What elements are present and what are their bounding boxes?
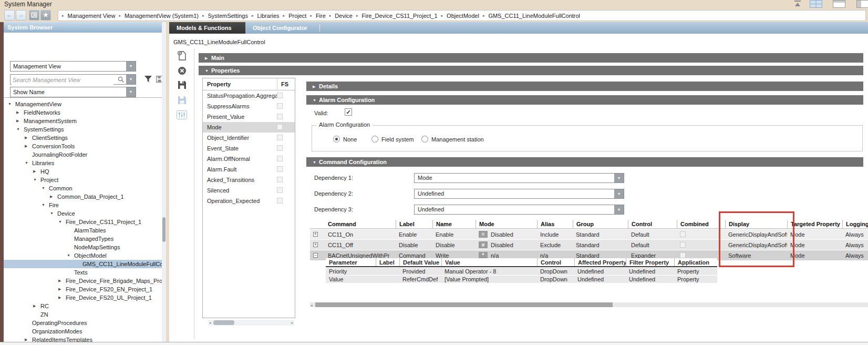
radio-none[interactable]: None bbox=[333, 136, 357, 143]
breadcrumb-item[interactable]: ManagementView (System1) bbox=[125, 13, 199, 19]
tree-item-OperatingProcedures[interactable]: OperatingProcedures bbox=[4, 319, 162, 327]
combined-checkbox[interactable] bbox=[680, 242, 686, 248]
save-as-icon-disabled[interactable] bbox=[177, 96, 187, 106]
grid-layout-icon[interactable] bbox=[810, 0, 822, 9]
expanded-icon[interactable]: ▼ bbox=[8, 100, 15, 108]
search-input[interactable] bbox=[12, 75, 113, 85]
collapsed-icon[interactable]: ▶ bbox=[58, 277, 66, 285]
save-icon[interactable] bbox=[177, 80, 187, 91]
property-row-SuppressAlarms[interactable]: SuppressAlarms bbox=[203, 101, 295, 111]
expanded-icon[interactable]: ▼ bbox=[42, 201, 49, 209]
collapsed-icon[interactable]: ▶ bbox=[33, 167, 40, 176]
tree-item-RelatedItemsTemplates[interactable]: ▶RelatedItemsTemplates bbox=[4, 336, 162, 342]
breadcrumb-item[interactable]: SystemSettings bbox=[208, 13, 247, 19]
section-properties[interactable]: ▼Properties bbox=[199, 66, 863, 75]
dependency-3-arrow-button[interactable]: ▼ bbox=[614, 205, 624, 214]
filter-icon[interactable] bbox=[144, 75, 152, 84]
tree-item-Fire_Device_CS11_Project_1[interactable]: ▼Fire_Device_CS11_Project_1 bbox=[4, 218, 162, 226]
expanded-icon[interactable]: ▼ bbox=[58, 218, 66, 226]
radio-field-system[interactable]: Field system bbox=[371, 136, 414, 143]
tree-item-Fire[interactable]: ▼Fire bbox=[4, 201, 162, 209]
collapsed-icon[interactable]: ▶ bbox=[25, 336, 32, 342]
param-column-header-value[interactable]: Value bbox=[441, 258, 537, 266]
dependency-2-dropdown[interactable]: Undefined ▼ bbox=[414, 189, 624, 199]
column-header-mode[interactable]: Mode bbox=[476, 220, 537, 228]
collapsed-icon[interactable]: ▶ bbox=[58, 285, 66, 293]
tree-item-Texts[interactable]: Texts bbox=[4, 268, 162, 277]
breadcrumb-item[interactable]: Project bbox=[288, 13, 306, 19]
tree-item-SystemSettings[interactable]: ▼SystemSettings bbox=[4, 125, 162, 134]
param-column-header-label[interactable]: Label bbox=[376, 258, 399, 266]
tree-item-FieldNetworks[interactable]: ▶FieldNetworks bbox=[4, 108, 162, 117]
tab-object-configurator[interactable]: Object Configurator bbox=[245, 22, 319, 34]
tree-item-NodeMapSettings[interactable]: NodeMapSettings bbox=[4, 243, 162, 251]
collapsed-icon[interactable]: ▶ bbox=[58, 293, 66, 302]
valid-checkbox[interactable]: ✓ bbox=[345, 108, 352, 116]
column-header-control[interactable]: Control bbox=[628, 220, 677, 228]
expand-icon[interactable]: + bbox=[313, 232, 318, 237]
tree-item-Fire_Device_Fire_Brigade_Maps_Project_1[interactable]: ▶Fire_Device_Fire_Brigade_Maps_Project_1 bbox=[4, 277, 162, 285]
main-scroll-thumb[interactable] bbox=[315, 302, 613, 307]
jump-to-node-button[interactable] bbox=[29, 10, 39, 21]
fs-checkbox[interactable] bbox=[277, 114, 283, 119]
command-row-CC11_On[interactable]: +CC11_OnEnableEnable=DisabledIncludeStan… bbox=[310, 229, 868, 239]
property-row-Present_Value[interactable]: Present_Value bbox=[203, 111, 295, 122]
fs-checkbox[interactable] bbox=[277, 145, 283, 151]
display-mode-dropdown[interactable]: Show Name ▼ bbox=[10, 87, 136, 97]
tree-scrollbar[interactable] bbox=[162, 22, 166, 342]
param-column-header-control[interactable]: Control bbox=[537, 258, 574, 266]
breadcrumb-item[interactable]: Fire bbox=[316, 13, 326, 19]
section-details[interactable]: ▶Details bbox=[306, 82, 863, 91]
view-selector-dropdown[interactable]: Management View ▼ bbox=[10, 61, 136, 72]
dependency-1-arrow-button[interactable]: ▼ bbox=[614, 174, 624, 182]
tree-item-ConversionTools[interactable]: ▶ConversionTools bbox=[4, 142, 162, 150]
tree-item-GMS_CC11_LineModuleFullControl[interactable]: GMS_CC11_LineModuleFullControl bbox=[4, 260, 162, 268]
dependency-1-dropdown[interactable]: Mode ▼ bbox=[414, 173, 624, 183]
tree-item-ManagedTypes[interactable]: ManagedTypes bbox=[4, 235, 162, 243]
column-header-name[interactable]: Name bbox=[432, 220, 476, 228]
expanded-icon[interactable]: ▼ bbox=[16, 125, 24, 134]
view-selector-arrow-button[interactable]: ▼ bbox=[126, 62, 136, 71]
param-column-header-affected-property[interactable]: Affected Property bbox=[574, 258, 626, 266]
forward-button[interactable]: → bbox=[16, 10, 26, 21]
expanded-icon[interactable]: ▼ bbox=[25, 159, 32, 167]
tree-item-ClientSettings[interactable]: ▶ClientSettings bbox=[4, 134, 162, 142]
param-column-header-filter-property[interactable]: Filter Property bbox=[626, 258, 674, 266]
dependency-2-arrow-button[interactable]: ▼ bbox=[614, 189, 624, 198]
property-row-Silenced[interactable]: Silenced bbox=[203, 185, 295, 196]
collapsed-icon[interactable]: ▶ bbox=[16, 108, 24, 117]
collapse-icon[interactable]: − bbox=[313, 253, 318, 258]
tab-models-functions[interactable]: Models & Functions bbox=[169, 22, 245, 34]
fs-checkbox[interactable] bbox=[277, 187, 283, 193]
breadcrumb-item[interactable]: Device bbox=[335, 13, 353, 19]
fs-checkbox[interactable] bbox=[277, 135, 283, 140]
breadcrumb-item[interactable]: Libraries bbox=[257, 13, 279, 19]
settings-sliders-icon-disabled[interactable] bbox=[177, 110, 187, 121]
tree-item-Project[interactable]: ▼Project bbox=[4, 176, 162, 184]
scroll-right-icon[interactable]: ▸ bbox=[291, 320, 293, 325]
split-layout-icon[interactable] bbox=[833, 0, 845, 9]
combined-checkbox[interactable] bbox=[680, 252, 686, 258]
property-row-Operation_Expected[interactable]: Operation_Expected bbox=[203, 196, 295, 206]
section-command-configuration[interactable]: ▼Command Configuration bbox=[306, 157, 863, 167]
tree-item-ObjectModel[interactable]: ▼ObjectModel bbox=[4, 251, 162, 260]
collapse-panel-icon[interactable] bbox=[794, 0, 801, 8]
property-table-scroll-thumb[interactable] bbox=[213, 320, 234, 325]
display-mode-arrow-button[interactable]: ▼ bbox=[126, 87, 136, 97]
tree-item-RC[interactable]: ▶RC bbox=[4, 302, 162, 310]
pane-layout-icon[interactable] bbox=[856, 0, 868, 9]
column-header-label[interactable]: Label bbox=[396, 220, 432, 228]
tree-item-Common[interactable]: ▼Common bbox=[4, 184, 162, 192]
fs-checkbox[interactable] bbox=[277, 124, 283, 130]
collapsed-icon[interactable]: ▶ bbox=[25, 142, 32, 150]
breadcrumb-item[interactable]: ObjectModel bbox=[447, 13, 479, 19]
tree-item-Fire_Device_FS20_UL_Project_1[interactable]: ▶Fire_Device_FS20_UL_Project_1 bbox=[4, 293, 162, 302]
parameter-row-Value[interactable]: ValueReferCmdDef[Value Prompted]DropDown… bbox=[326, 276, 717, 283]
fs-checkbox[interactable] bbox=[277, 198, 283, 204]
main-hscrollbar[interactable]: ◂ bbox=[310, 302, 868, 307]
section-alarm-configuration[interactable]: ▼Alarm Configuration bbox=[306, 95, 863, 105]
tree-item-HQ[interactable]: ▶HQ bbox=[4, 167, 162, 176]
fs-checkbox[interactable] bbox=[277, 166, 283, 172]
scroll-left-icon[interactable]: ◂ bbox=[311, 303, 313, 308]
delete-object-icon[interactable] bbox=[177, 66, 187, 77]
